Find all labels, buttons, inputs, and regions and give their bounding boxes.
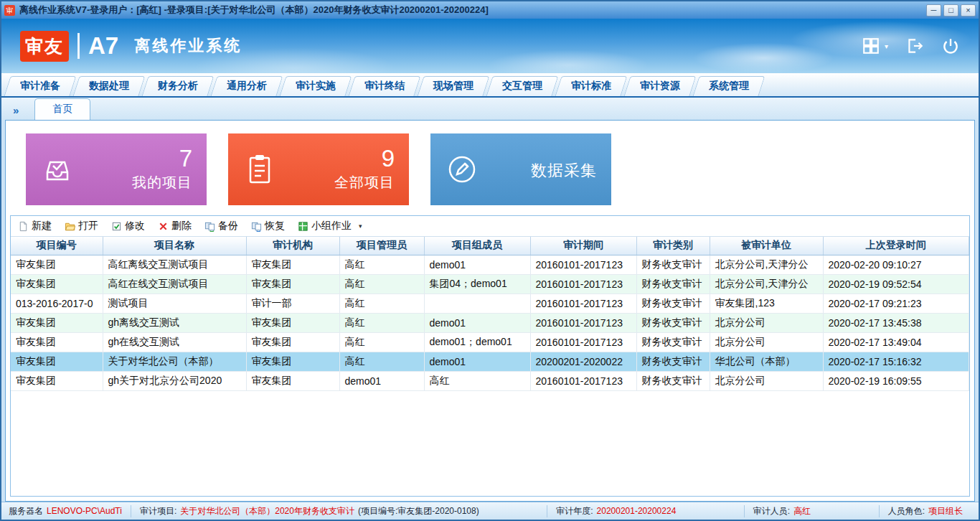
edit-circle-icon xyxy=(445,152,479,187)
menu-tab-1[interactable]: 审计准备 xyxy=(7,76,73,96)
backup-button[interactable]: 备份 xyxy=(204,220,238,233)
table-cell: 审友集团 xyxy=(246,313,339,332)
table-cell: 北京分公司 xyxy=(710,371,823,390)
table-cell: 高红 xyxy=(339,332,424,352)
backup-icon xyxy=(204,221,215,232)
my-projects-card[interactable]: 7 我的项目 xyxy=(26,133,207,205)
table-row[interactable]: 审友集团gh关于对北京分公司2020审友集团demo01高红20160101-2… xyxy=(11,371,969,390)
table-row[interactable]: 审友集团gh在线交互测试审友集团高红demo01；demo0120160101-… xyxy=(11,332,969,352)
app-icon: 审 xyxy=(4,5,15,16)
table-cell: 20160101-2017123 xyxy=(530,294,636,313)
new-icon xyxy=(18,221,29,232)
table-cell: 高红 xyxy=(339,294,424,313)
column-header[interactable]: 项目编号 xyxy=(11,237,103,255)
column-header[interactable]: 项目组成员 xyxy=(424,237,530,255)
menu-tab-label: 审计实施 xyxy=(296,80,336,93)
delete-icon xyxy=(158,221,169,232)
tab-home[interactable]: 首页 xyxy=(34,98,90,120)
apps-caret-icon[interactable]: ▾ xyxy=(885,42,888,50)
power-icon[interactable] xyxy=(941,37,960,55)
column-header[interactable]: 项目管理员 xyxy=(339,237,424,255)
table-row[interactable]: 审友集团gh离线交互测试审友集团高红demo0120160101-2017123… xyxy=(11,313,969,332)
table-cell: 测试项目 xyxy=(103,294,246,313)
status-item: 审计年度:20200201-20200224 xyxy=(547,505,684,517)
modify-icon xyxy=(111,221,122,232)
status-value: 20200201-20200224 xyxy=(597,506,677,516)
table-cell: 审友集团 xyxy=(246,274,339,294)
table-cell: demo01 xyxy=(424,352,530,371)
column-header[interactable]: 被审计单位 xyxy=(710,237,823,255)
menu-tab-11[interactable]: 系统管理 xyxy=(696,76,762,96)
all-projects-card[interactable]: 9 全部项目 xyxy=(228,133,409,205)
table-cell: 2020-02-17 15:16:32 xyxy=(823,352,969,371)
menu-tab-7[interactable]: 现场管理 xyxy=(420,76,486,96)
menu-tab-label: 审计标准 xyxy=(571,80,611,93)
menu-tab-6[interactable]: 审计终结 xyxy=(352,76,418,96)
menu-tab-label: 审计资源 xyxy=(640,80,680,93)
new-button[interactable]: 新建 xyxy=(18,220,52,233)
restore-button[interactable]: 恢复 xyxy=(251,220,285,233)
table-body: 审友集团高红离线交互测试项目审友集团高红demo0120160101-20171… xyxy=(11,255,969,390)
menu-tab-10[interactable]: 审计资源 xyxy=(627,76,693,96)
table-cell: 北京分公司,天津分公 xyxy=(710,255,823,274)
table-cell: 审友集团 xyxy=(11,352,103,371)
dropdown-caret-icon[interactable]: ▾ xyxy=(359,222,362,230)
modify-button[interactable]: 修改 xyxy=(111,220,145,233)
table-cell: 2020-02-17 13:49:04 xyxy=(823,332,969,352)
menu-tab-5[interactable]: 审计实施 xyxy=(283,76,349,96)
column-header[interactable]: 审计机构 xyxy=(246,237,339,255)
table-cell: 关于对华北公司（本部） xyxy=(103,352,246,371)
table-row[interactable]: 013-2016-2017-0测试项目审计一部高红20160101-201712… xyxy=(11,294,969,313)
status-extra: (项目编号:审友集团-2020-0108) xyxy=(358,505,479,517)
open-button[interactable]: 打开 xyxy=(65,220,98,233)
minimize-button[interactable]: ─ xyxy=(926,4,941,17)
sidebar-expand-button[interactable]: » xyxy=(9,104,23,120)
table-row[interactable]: 审友集团高红离线交互测试项目审友集团高红demo0120160101-20171… xyxy=(11,255,969,274)
table-row[interactable]: 审友集团高红在线交互测试项目审友集团高红集团04；demo0120160101-… xyxy=(11,274,969,294)
menu-tab-8[interactable]: 交互管理 xyxy=(489,76,555,96)
apps-grid-icon[interactable] xyxy=(862,37,880,55)
status-item: 审计人员:高红 xyxy=(744,505,819,517)
tool-label: 修改 xyxy=(125,220,145,233)
menu-tab-label: 现场管理 xyxy=(433,80,473,93)
column-header[interactable]: 审计期间 xyxy=(530,237,636,255)
table-row[interactable]: 审友集团关于对华北公司（本部）审友集团高红demo0120200201-2020… xyxy=(11,352,969,371)
menu-tab-3[interactable]: 财务分析 xyxy=(145,76,211,96)
delete-button[interactable]: 删除 xyxy=(158,220,192,233)
projects-panel: 新建打开修改删除备份恢复小组作业▾ 项目编号项目名称审计机构项目管理员项目组成员… xyxy=(10,215,970,497)
menu-tab-2[interactable]: 数据处理 xyxy=(76,76,142,96)
window-title: 离线作业系统V7-登录用户：[高红] -登录项目:[关于对华北公司（本部）202… xyxy=(19,4,922,17)
table-cell: 财务收支审计 xyxy=(636,274,710,294)
status-label: 服务器名 xyxy=(9,505,43,517)
table-cell xyxy=(424,294,530,313)
column-header[interactable]: 项目名称 xyxy=(103,237,246,255)
table-cell: 华北公司（本部） xyxy=(710,352,823,371)
tool-label: 备份 xyxy=(218,220,238,233)
table-cell: gh离线交互测试 xyxy=(103,313,246,332)
restore-icon xyxy=(251,221,262,232)
table-cell: 审友集团 xyxy=(246,371,339,390)
status-value: 关于对华北公司（本部）2020年财务收支审计 xyxy=(180,505,354,517)
menu-tab-label: 通用分析 xyxy=(227,80,267,93)
status-label: 审计项目: xyxy=(140,505,176,517)
status-item: 服务器名LENOVO-PC\AudTi xyxy=(9,505,131,517)
data-collection-card[interactable]: 数据采集 xyxy=(430,133,611,205)
menu-tab-4[interactable]: 通用分析 xyxy=(214,76,280,96)
my-projects-label: 我的项目 xyxy=(75,173,192,192)
logout-icon[interactable] xyxy=(905,37,924,55)
maximize-button[interactable]: □ xyxy=(943,4,958,17)
status-bar: 服务器名LENOVO-PC\AudTi审计项目:关于对华北公司（本部）2020年… xyxy=(1,502,979,520)
table-cell: 财务收支审计 xyxy=(636,294,710,313)
group-button[interactable]: 小组作业▾ xyxy=(298,220,362,233)
status-value: LENOVO-PC\AudTi xyxy=(47,506,122,516)
close-button[interactable]: × xyxy=(961,4,976,17)
app-title: 离线作业系统 xyxy=(134,35,242,57)
column-header[interactable]: 审计类别 xyxy=(636,237,710,255)
table-cell: 高红 xyxy=(339,274,424,294)
brand-badge: 审友 xyxy=(20,31,69,62)
table-cell: 审友集团 xyxy=(11,274,103,294)
menu-tab-9[interactable]: 审计标准 xyxy=(558,76,624,96)
column-header[interactable]: 上次登录时间 xyxy=(823,237,969,255)
window-controls: ─ □ × xyxy=(926,4,976,17)
table-cell: 2020-02-19 09:52:54 xyxy=(823,274,969,294)
